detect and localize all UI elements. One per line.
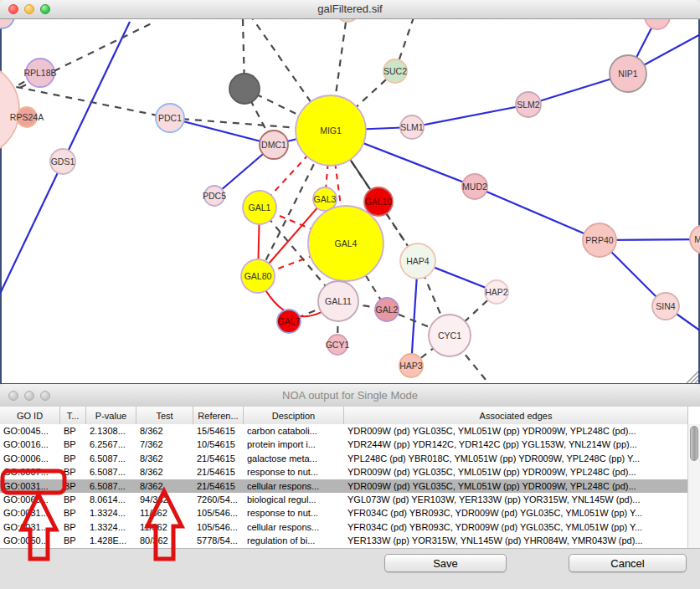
window-title: galFiltered.sif: [0, 3, 700, 15]
cell: 7260/54...: [193, 493, 244, 506]
cell: 1.3324...: [86, 520, 136, 534]
cell: response to nut...: [244, 465, 344, 479]
cell: BP: [60, 438, 86, 451]
node-label-GDS1: GDS1: [51, 156, 75, 166]
cell: GO:0045...: [0, 424, 60, 438]
cell: GO:0016...: [0, 438, 60, 451]
node-label-GAL7: GAL7: [278, 316, 301, 326]
scrollbar-thumb[interactable]: [690, 426, 698, 461]
edge-blue[interactable]: [475, 187, 600, 240]
cell: GO:0031...: [0, 479, 60, 493]
column-header-1[interactable]: T...: [60, 407, 86, 424]
node-unlabeled[interactable]: [336, 19, 359, 22]
cell: GO:0007...: [0, 465, 60, 479]
cell: GO:0031...: [0, 506, 60, 520]
column-header-4[interactable]: Referen...: [193, 407, 244, 424]
table-row[interactable]: GO:0016...BP6.2567...7/36210/54615protei…: [0, 438, 688, 451]
cell: 6.5087...: [86, 452, 136, 465]
column-header-6[interactable]: Associated edges: [344, 407, 688, 424]
cell: 105/546...: [193, 506, 244, 520]
table-row[interactable]: GO:0006...BP6.5087...8/36221/54615galact…: [0, 452, 688, 465]
cell: 21/54615: [193, 452, 244, 465]
cell: GO:0031...: [0, 520, 60, 534]
node-unlabeled[interactable]: [229, 74, 260, 104]
cell: 5778/54...: [193, 534, 244, 547]
cell: BP: [60, 452, 86, 465]
node-label-GAL80: GAL80: [244, 271, 272, 281]
save-button[interactable]: Save: [384, 554, 507, 572]
noa-window-titlebar[interactable]: NOA output for Single Mode: [0, 384, 700, 407]
cell: cellular respons...: [244, 479, 344, 493]
cell: YPL248C (pd) YBR018C, YML051W (pp) YDR00…: [344, 452, 688, 465]
column-header-2[interactable]: P-value: [86, 407, 136, 424]
cancel-button[interactable]: Cancel: [569, 554, 687, 572]
node-label-GAL3: GAL3: [314, 194, 337, 204]
column-header-5[interactable]: Desciption: [244, 407, 344, 424]
cell: 8.0614...: [86, 493, 136, 506]
node-label-HAP3: HAP3: [399, 361, 423, 371]
cell: YGL073W (pd) YER103W, YER133W (pp) YOR31…: [344, 493, 688, 506]
node-unlabeled[interactable]: [0, 62, 19, 157]
cell: 8/362: [136, 424, 193, 438]
resize-grip-icon[interactable]: [683, 370, 698, 383]
cell: BP: [60, 424, 86, 438]
network-window: galFiltered.sif RPL18BRPS24AGDS1PDC1DMC1…: [0, 0, 700, 384]
cell: YDR009W (pd) YGL035C, YML051W (pp) YDR00…: [344, 424, 688, 438]
node-label-PRP40: PRP40: [585, 235, 613, 245]
column-header-3[interactable]: Test: [136, 407, 193, 424]
edge-dashed[interactable]: [0, 22, 155, 110]
table-row[interactable]: GO:0045...BP2.1308...8/36215/54615carbon…: [0, 424, 688, 438]
node-label-GAL11: GAL11: [325, 296, 352, 306]
node-label-RPL18B: RPL18B: [23, 68, 56, 78]
node-label-GAL4: GAL4: [335, 238, 358, 248]
table-row[interactable]: GO:0050...BP1.428E...80/3625778/54...reg…: [0, 534, 688, 547]
cell: GO:0050...: [0, 534, 60, 547]
cell: 6.5087...: [86, 465, 136, 479]
screen: galFiltered.sif RPL18BRPS24AGDS1PDC1DMC1…: [0, 0, 700, 589]
node-unlabeled[interactable]: [645, 19, 670, 29]
node-label-PDC5: PDC5: [203, 191, 226, 201]
table-header-row: GO IDT...P-valueTestReferen...Desciption…: [0, 407, 688, 425]
cell: 10/54615: [193, 438, 244, 451]
table-row[interactable]: GO:0031...BP1.3324...11/362105/546...res…: [0, 506, 688, 520]
cell: 11/362: [136, 506, 193, 520]
cell: YFR034C (pd) YBR093C, YDR009W (pd) YGL03…: [344, 520, 688, 534]
cell: YER133W (pp) YOR315W, YNL145W (pd) YHR08…: [344, 534, 688, 547]
edge-blue[interactable]: [412, 105, 528, 127]
cell: 11/362: [136, 520, 193, 534]
node-label-GAL1: GAL1: [249, 202, 271, 213]
cell: GO:0065...: [0, 493, 60, 506]
cell: 15/54615: [193, 424, 244, 438]
noa-output-window: NOA output for Single Mode GO IDT...P-va…: [0, 384, 700, 589]
cell: protein import i...: [244, 438, 344, 451]
network-canvas[interactable]: RPL18BRPS24AGDS1PDC1DMC1MIG1SUC2SLM1SLM2…: [0, 19, 700, 384]
network-window-titlebar[interactable]: galFiltered.sif: [0, 0, 700, 19]
cell: 8/362: [136, 465, 193, 479]
node-label-MSN: MSN: [694, 234, 700, 244]
cell: YDR009W (pd) YGL035C, YML051W (pp) YDR00…: [344, 465, 688, 479]
table-row[interactable]: GO:0031...BP6.5087...8/36221/54615cellul…: [0, 479, 688, 493]
node-label-DMC1: DMC1: [261, 140, 286, 150]
table-row[interactable]: GO:0031...BP1.3324...11/362105/546...cel…: [0, 520, 688, 534]
cell: 21/54615: [193, 465, 244, 479]
node-label-NIP1: NIP1: [618, 69, 638, 79]
node-label-HAP2: HAP2: [485, 287, 508, 297]
cell: galactose meta...: [244, 452, 344, 465]
node-label-GAL10: GAL10: [365, 197, 393, 207]
table-row[interactable]: GO:0065...BP8.0614...94/3627260/54...bio…: [0, 493, 688, 506]
node-unlabeled[interactable]: [0, 19, 14, 28]
node-label-RPS24A: RPS24A: [10, 112, 44, 122]
cell: GO:0006...: [0, 452, 60, 465]
node-label-PDC1: PDC1: [158, 113, 182, 123]
node-label-SLM2: SLM2: [517, 100, 540, 110]
table-row[interactable]: GO:0007...BP6.5087...8/36221/54615respon…: [0, 465, 688, 479]
cell: 1.428E...: [86, 534, 136, 547]
cell: cellular respons...: [244, 520, 344, 534]
cell: regulation of bi...: [244, 534, 344, 547]
cell: carbon cataboli...: [244, 424, 344, 438]
network-graph: RPL18BRPS24AGDS1PDC1DMC1MIG1SUC2SLM1SLM2…: [0, 19, 700, 384]
vertical-scrollbar[interactable]: [687, 424, 700, 548]
column-header-0[interactable]: GO ID: [0, 407, 60, 424]
cell: 6.2567...: [86, 438, 136, 451]
node-label-SLM1: SLM1: [400, 122, 424, 132]
